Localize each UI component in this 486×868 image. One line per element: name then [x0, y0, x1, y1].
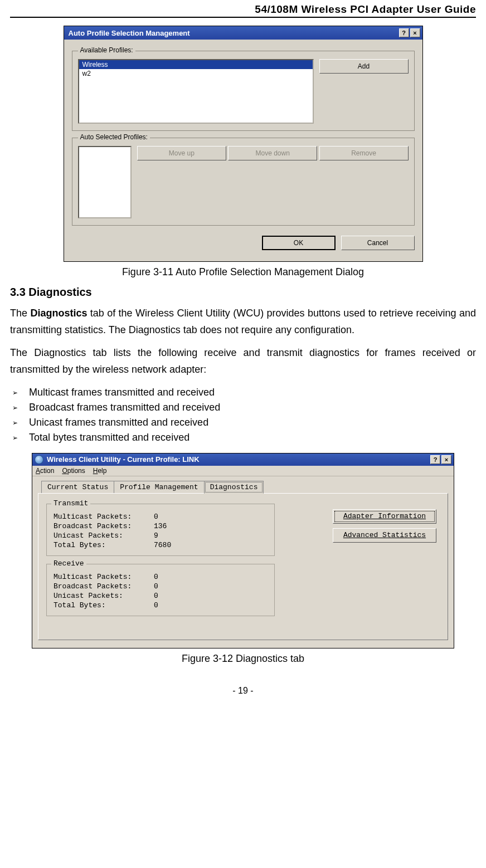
stat-value: 0	[154, 582, 158, 591]
list-item: Total bytes transmitted and received	[11, 430, 476, 445]
tab-current-status[interactable]: Current Status	[41, 481, 114, 493]
advanced-statistics-button[interactable]: Advanced Statistics	[333, 528, 436, 543]
stat-label: Unicast Packets:	[54, 592, 154, 600]
transmit-group: Transmit Multicast Packets:0 Broadcast P…	[46, 504, 275, 556]
tab-diagnostics[interactable]: Diagnostics	[204, 481, 264, 494]
dialog-titlebar: Auto Profile Selection Management ? ×	[64, 26, 422, 40]
group-label: Auto Selected Profiles:	[78, 133, 150, 141]
stat-label: Broadcast Packets:	[54, 522, 154, 530]
move-up-button[interactable]: Move up	[137, 146, 226, 160]
stat-value: 0	[154, 592, 158, 600]
group-label: Transmit	[51, 499, 90, 508]
stat-label: Multicast Packets:	[54, 573, 154, 581]
close-icon[interactable]: ×	[441, 455, 451, 464]
list-item: Broadcast frames transmitted and receive…	[11, 400, 476, 415]
stat-label: Total Bytes:	[54, 541, 154, 549]
figure-caption: Figure 3-12 Diagnostics tab	[10, 653, 476, 665]
available-profiles-listbox[interactable]: Wireless w2	[78, 59, 314, 124]
list-item[interactable]: Wireless	[79, 60, 313, 69]
menu-action[interactable]: Action	[36, 467, 54, 475]
dialog-title: Wireless Client Utility - Current Profil…	[47, 455, 200, 464]
remove-button[interactable]: Remove	[319, 146, 409, 160]
stat-label: Multicast Packets:	[54, 513, 154, 521]
stat-label: Broadcast Packets:	[54, 582, 154, 591]
available-profiles-group: Available Profiles: Wireless w2 Add	[72, 51, 415, 131]
stat-value: 7680	[154, 541, 171, 549]
auto-selected-listbox[interactable]	[78, 146, 132, 218]
tabstrip: Current Status Profile Management Diagno…	[41, 481, 448, 493]
header-rule	[10, 17, 476, 18]
dialog-title: Auto Profile Selection Management	[69, 29, 190, 37]
adapter-information-button[interactable]: Adapter Information	[333, 509, 436, 524]
page-number: - 19 -	[0, 686, 486, 696]
menubar: Action Options Help	[32, 466, 454, 476]
menu-options[interactable]: Options	[62, 467, 85, 475]
receive-group: Receive Multicast Packets:0 Broadcast Pa…	[46, 564, 275, 616]
group-label: Receive	[51, 559, 86, 568]
stat-value: 9	[154, 531, 158, 540]
section-heading: 3.3 Diagnostics	[10, 286, 476, 299]
menu-help[interactable]: Help	[93, 467, 107, 475]
list-item: Unicast frames transmitted and received	[11, 415, 476, 430]
paragraph: The Diagnostics tab lists the following …	[10, 345, 476, 378]
figure-caption: Figure 3-11 Auto Profile Selection Manag…	[10, 266, 476, 278]
stat-label: Unicast Packets:	[54, 531, 154, 540]
paragraph: The Diagnostics tab of the Wireless Clie…	[10, 305, 476, 338]
add-button[interactable]: Add	[319, 59, 409, 74]
cancel-button[interactable]: Cancel	[341, 236, 415, 250]
help-icon[interactable]: ?	[399, 28, 409, 37]
wcu-dialog: Wireless Client Utility - Current Profil…	[32, 453, 454, 648]
dialog-titlebar: Wireless Client Utility - Current Profil…	[32, 453, 454, 466]
stat-value: 0	[154, 513, 158, 521]
text-fragment: The	[10, 308, 30, 319]
bullet-list: Multicast frames transmitted and receive…	[10, 385, 476, 445]
app-icon	[35, 455, 43, 464]
list-item: Multicast frames transmitted and receive…	[11, 385, 476, 400]
stat-value: 0	[154, 601, 158, 609]
page-header: 54/108M Wireless PCI Adapter User Guide	[0, 0, 486, 17]
tab-profile-management[interactable]: Profile Management	[114, 481, 204, 493]
move-down-button[interactable]: Move down	[228, 146, 317, 160]
group-label: Available Profiles:	[78, 46, 135, 54]
auto-selected-profiles-group: Auto Selected Profiles: Move up Move dow…	[72, 138, 415, 226]
stat-value: 136	[154, 522, 167, 530]
stat-label: Total Bytes:	[54, 601, 154, 609]
text-bold: Diagnostics	[30, 308, 87, 319]
ok-button[interactable]: OK	[262, 236, 336, 250]
list-item[interactable]: w2	[79, 69, 313, 78]
help-icon[interactable]: ?	[430, 455, 440, 464]
stat-value: 0	[154, 573, 158, 581]
profile-management-dialog: Auto Profile Selection Management ? × Av…	[64, 26, 423, 262]
tabpanel: Transmit Multicast Packets:0 Broadcast P…	[38, 493, 448, 640]
close-icon[interactable]: ×	[410, 28, 420, 37]
